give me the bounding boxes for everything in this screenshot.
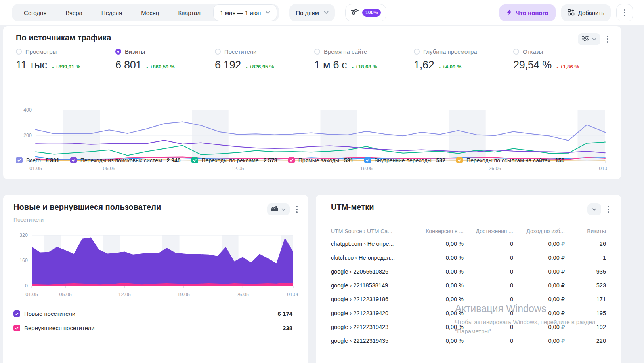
svg-text:01.05: 01.05: [29, 166, 42, 171]
kebab-icon: [624, 9, 625, 16]
utm-panel-title[interactable]: UTM-метки: [331, 203, 374, 212]
utm-panel-menu-button[interactable]: [608, 206, 609, 213]
traffic-panel-menu-button[interactable]: [607, 36, 608, 43]
metric-bounces[interactable]: Отказы 29,54 % ▲+1,86 %: [513, 48, 613, 71]
legend-item-search[interactable]: Переходы из поисковых систем 2 940: [70, 157, 181, 163]
col-conversion[interactable]: Конверсия в ...: [412, 228, 464, 234]
legend-item-new-visitors[interactable]: Новые посетители 6 174: [13, 310, 292, 317]
metric-value: 11 тыс: [16, 59, 47, 71]
table-row[interactable]: google › 220555108260,00 %00,00 ₽935: [331, 264, 606, 278]
table-row[interactable]: google › 221185381490,00 %00,00 ₽523: [331, 278, 606, 292]
legend-item-internal[interactable]: Внутренние переходы 532: [364, 157, 446, 163]
checkbox-icon[interactable]: [16, 157, 23, 163]
metric-delta: ▲+826,95 %: [245, 64, 274, 70]
metric-radio-0[interactable]: [16, 49, 22, 55]
whats-new-button[interactable]: Что нового: [499, 4, 556, 21]
chevron-down-icon: [592, 38, 596, 41]
metric-label: Время на сайте: [324, 48, 367, 55]
sampling-settings-button[interactable]: 100%: [345, 4, 387, 21]
checkbox-icon[interactable]: [191, 157, 198, 163]
legend-item-site-links[interactable]: Переходы по ссылкам на сайтах 150: [456, 157, 564, 163]
col-goals[interactable]: Достижения ...: [464, 228, 513, 234]
table-row[interactable]: clutch.co › Не определ...0,00 %00,00 ₽1: [331, 251, 606, 264]
period-today-button[interactable]: Сегодня: [14, 10, 56, 16]
metric-radio-5[interactable]: [513, 49, 519, 55]
table-row[interactable]: chatgpt.com › Не опре...0,00 %00,00 ₽26: [331, 237, 606, 251]
toolbar-menu-button[interactable]: [616, 4, 633, 21]
table-row[interactable]: google › 221223194230,00 %00,00 ₽192: [331, 320, 606, 334]
legend-item-total[interactable]: Всего 6 801: [16, 157, 59, 163]
chart-type-selector[interactable]: [578, 33, 600, 45]
checkbox-icon[interactable]: [364, 157, 371, 163]
period-yesterday-button[interactable]: Вчера: [56, 10, 92, 16]
metric-label: Визиты: [125, 48, 145, 55]
col-revenue[interactable]: Доход по изб...: [513, 228, 565, 234]
metric-radio-3[interactable]: [314, 49, 320, 55]
checkbox-icon[interactable]: [288, 157, 295, 163]
checkbox-icon[interactable]: [13, 325, 20, 331]
chevron-down-icon: [324, 11, 329, 14]
top-toolbar: Сегодня Вчера Неделя Месяц Квартал 1 мая…: [0, 0, 644, 25]
period-week-button[interactable]: Неделя: [92, 10, 132, 16]
metric-label: Просмотры: [25, 48, 57, 55]
add-widget-button[interactable]: Добавить: [561, 4, 611, 21]
metric-time-on-site[interactable]: Время на сайте 1 м 6 с ▲+18,68 %: [314, 48, 414, 71]
svg-text:05.05: 05.05: [59, 292, 72, 297]
metric-radio-4[interactable]: [414, 49, 420, 55]
whats-new-label: Что нового: [516, 10, 548, 16]
metric-radio-2[interactable]: [215, 49, 221, 55]
col-utm-source[interactable]: UTM Source › UTM Ca...: [331, 228, 412, 234]
users-panel-menu-button[interactable]: [296, 206, 298, 213]
users-chart-legend: Новые посетители 6 174 Вернувшиеся посет…: [13, 310, 292, 331]
utm-table: UTM Source › UTM Ca... Конверсия в ... Д…: [331, 226, 606, 348]
add-label: Добавить: [578, 10, 604, 16]
svg-text:01.05: 01.05: [25, 292, 38, 297]
chevron-down-icon: [592, 208, 596, 211]
period-month-button[interactable]: Месяц: [132, 10, 168, 16]
checkbox-icon[interactable]: [70, 157, 77, 163]
kebab-icon: [608, 206, 609, 213]
metric-delta: ▲+899,91 %: [51, 64, 80, 70]
svg-text:0: 0: [25, 283, 28, 289]
table-row[interactable]: google › 221223191860,00 %00,00 ₽171: [331, 292, 606, 306]
users-panel-title[interactable]: Новые и вернувшиеся пользователи: [13, 203, 161, 212]
stacked-area-icon: [271, 206, 278, 213]
granularity-value: По дням: [296, 10, 319, 16]
legend-item-returning-visitors[interactable]: Вернувшиеся посетители 238: [13, 325, 292, 331]
chevron-down-icon: [281, 208, 286, 211]
kebab-icon: [296, 206, 298, 213]
svg-text:01.06: 01.06: [287, 292, 298, 297]
metric-delta: ▲+18,68 %: [351, 64, 377, 70]
traffic-panel-title[interactable]: По источникам трафика: [16, 33, 111, 42]
metric-value: 6 192: [215, 59, 241, 71]
metric-views[interactable]: Просмотры 11 тыс ▲+899,91 %: [16, 48, 115, 71]
new-returning-users-chart[interactable]: 016032001.0505.0512.0519.0526.0501.06: [13, 231, 298, 298]
traffic-sources-panel: По источникам трафика Просмотры 11 тыс ▲…: [3, 26, 621, 179]
checkbox-icon[interactable]: [13, 310, 20, 317]
svg-text:19.05: 19.05: [360, 166, 373, 171]
metric-label: Посетители: [224, 48, 256, 55]
date-range-picker[interactable]: 1 мая — 1 июн: [213, 4, 277, 21]
sliders-icon: [351, 9, 359, 17]
table-row[interactable]: google › 221223194200,00 %00,00 ₽195: [331, 306, 606, 320]
legend-item-ads[interactable]: Переходы по рекламе 2 578: [191, 157, 277, 163]
checkbox-icon[interactable]: [456, 157, 463, 163]
legend-item-direct[interactable]: Прямые заходы 531: [288, 157, 354, 163]
table-row[interactable]: google › 221223194350,00 %00,00 ₽220: [331, 334, 606, 348]
lightning-icon: [506, 9, 512, 17]
metric-radio-1[interactable]: [115, 49, 121, 55]
metric-visitors[interactable]: Посетители 6 192 ▲+826,95 %: [215, 48, 314, 71]
line-chart-icon: [582, 36, 589, 43]
chart-type-selector[interactable]: [267, 203, 290, 215]
svg-text:26.05: 26.05: [489, 166, 501, 171]
metric-visits[interactable]: Визиты 6 801 ▲+860,59 %: [115, 48, 215, 71]
date-range-value: 1 мая — 1 июн: [220, 10, 261, 16]
period-quarter-button[interactable]: Квартал: [168, 10, 210, 16]
svg-text:26.05: 26.05: [237, 292, 249, 297]
utm-collapse-button[interactable]: [587, 203, 601, 215]
metric-depth[interactable]: Глубина просмотра 1,62 ▲+4,09 %: [414, 48, 513, 71]
grid-plus-icon: [568, 9, 575, 17]
metric-delta: ▲+1,86 %: [556, 64, 579, 70]
col-visits[interactable]: Визиты: [565, 228, 606, 234]
granularity-dropdown[interactable]: По дням: [289, 4, 335, 21]
